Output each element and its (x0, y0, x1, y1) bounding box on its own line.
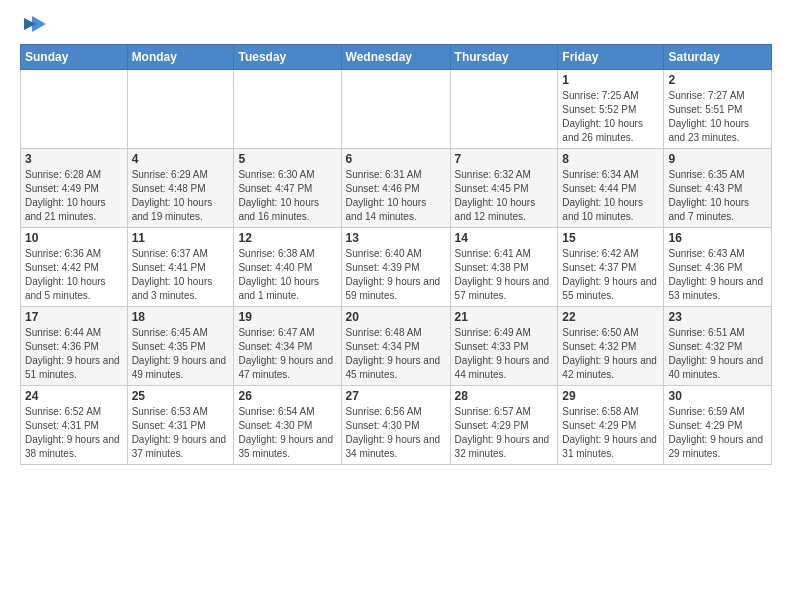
day-number: 10 (25, 231, 123, 245)
day-number: 3 (25, 152, 123, 166)
calendar-cell: 2Sunrise: 7:27 AM Sunset: 5:51 PM Daylig… (664, 70, 772, 149)
calendar-cell (450, 70, 558, 149)
logo-icon (24, 16, 46, 34)
day-info: Sunrise: 6:29 AM Sunset: 4:48 PM Dayligh… (132, 168, 230, 224)
day-info: Sunrise: 6:42 AM Sunset: 4:37 PM Dayligh… (562, 247, 659, 303)
calendar-cell: 30Sunrise: 6:59 AM Sunset: 4:29 PM Dayli… (664, 386, 772, 465)
calendar-week-1: 1Sunrise: 7:25 AM Sunset: 5:52 PM Daylig… (21, 70, 772, 149)
calendar-cell: 10Sunrise: 6:36 AM Sunset: 4:42 PM Dayli… (21, 228, 128, 307)
calendar-cell: 12Sunrise: 6:38 AM Sunset: 4:40 PM Dayli… (234, 228, 341, 307)
page-header (20, 16, 772, 34)
calendar-cell: 17Sunrise: 6:44 AM Sunset: 4:36 PM Dayli… (21, 307, 128, 386)
day-info: Sunrise: 6:28 AM Sunset: 4:49 PM Dayligh… (25, 168, 123, 224)
day-info: Sunrise: 6:57 AM Sunset: 4:29 PM Dayligh… (455, 405, 554, 461)
weekday-header-sunday: Sunday (21, 45, 128, 70)
day-number: 11 (132, 231, 230, 245)
day-info: Sunrise: 6:35 AM Sunset: 4:43 PM Dayligh… (668, 168, 767, 224)
day-number: 24 (25, 389, 123, 403)
calendar-cell (127, 70, 234, 149)
day-info: Sunrise: 6:44 AM Sunset: 4:36 PM Dayligh… (25, 326, 123, 382)
day-number: 26 (238, 389, 336, 403)
day-info: Sunrise: 6:45 AM Sunset: 4:35 PM Dayligh… (132, 326, 230, 382)
calendar-week-2: 3Sunrise: 6:28 AM Sunset: 4:49 PM Daylig… (21, 149, 772, 228)
day-info: Sunrise: 6:43 AM Sunset: 4:36 PM Dayligh… (668, 247, 767, 303)
calendar-cell: 29Sunrise: 6:58 AM Sunset: 4:29 PM Dayli… (558, 386, 664, 465)
calendar-cell: 19Sunrise: 6:47 AM Sunset: 4:34 PM Dayli… (234, 307, 341, 386)
calendar-cell: 7Sunrise: 6:32 AM Sunset: 4:45 PM Daylig… (450, 149, 558, 228)
calendar-cell: 18Sunrise: 6:45 AM Sunset: 4:35 PM Dayli… (127, 307, 234, 386)
calendar-cell: 3Sunrise: 6:28 AM Sunset: 4:49 PM Daylig… (21, 149, 128, 228)
day-info: Sunrise: 6:53 AM Sunset: 4:31 PM Dayligh… (132, 405, 230, 461)
day-number: 29 (562, 389, 659, 403)
day-info: Sunrise: 7:27 AM Sunset: 5:51 PM Dayligh… (668, 89, 767, 145)
day-info: Sunrise: 6:37 AM Sunset: 4:41 PM Dayligh… (132, 247, 230, 303)
calendar-cell: 4Sunrise: 6:29 AM Sunset: 4:48 PM Daylig… (127, 149, 234, 228)
day-info: Sunrise: 6:36 AM Sunset: 4:42 PM Dayligh… (25, 247, 123, 303)
day-number: 14 (455, 231, 554, 245)
day-info: Sunrise: 6:56 AM Sunset: 4:30 PM Dayligh… (346, 405, 446, 461)
day-info: Sunrise: 6:40 AM Sunset: 4:39 PM Dayligh… (346, 247, 446, 303)
day-info: Sunrise: 6:52 AM Sunset: 4:31 PM Dayligh… (25, 405, 123, 461)
day-number: 17 (25, 310, 123, 324)
day-number: 16 (668, 231, 767, 245)
day-number: 8 (562, 152, 659, 166)
weekday-header-thursday: Thursday (450, 45, 558, 70)
day-info: Sunrise: 7:25 AM Sunset: 5:52 PM Dayligh… (562, 89, 659, 145)
day-info: Sunrise: 6:38 AM Sunset: 4:40 PM Dayligh… (238, 247, 336, 303)
day-number: 27 (346, 389, 446, 403)
day-number: 21 (455, 310, 554, 324)
day-number: 9 (668, 152, 767, 166)
calendar-cell: 5Sunrise: 6:30 AM Sunset: 4:47 PM Daylig… (234, 149, 341, 228)
calendar-week-5: 24Sunrise: 6:52 AM Sunset: 4:31 PM Dayli… (21, 386, 772, 465)
day-info: Sunrise: 6:47 AM Sunset: 4:34 PM Dayligh… (238, 326, 336, 382)
calendar-cell: 8Sunrise: 6:34 AM Sunset: 4:44 PM Daylig… (558, 149, 664, 228)
calendar-table: SundayMondayTuesdayWednesdayThursdayFrid… (20, 44, 772, 465)
day-number: 5 (238, 152, 336, 166)
day-info: Sunrise: 6:50 AM Sunset: 4:32 PM Dayligh… (562, 326, 659, 382)
calendar-cell (21, 70, 128, 149)
day-number: 4 (132, 152, 230, 166)
day-number: 15 (562, 231, 659, 245)
calendar-cell: 22Sunrise: 6:50 AM Sunset: 4:32 PM Dayli… (558, 307, 664, 386)
weekday-header-saturday: Saturday (664, 45, 772, 70)
calendar-cell: 26Sunrise: 6:54 AM Sunset: 4:30 PM Dayli… (234, 386, 341, 465)
weekday-header-friday: Friday (558, 45, 664, 70)
day-number: 23 (668, 310, 767, 324)
day-number: 30 (668, 389, 767, 403)
calendar-cell: 15Sunrise: 6:42 AM Sunset: 4:37 PM Dayli… (558, 228, 664, 307)
day-number: 19 (238, 310, 336, 324)
day-number: 6 (346, 152, 446, 166)
day-number: 13 (346, 231, 446, 245)
day-number: 2 (668, 73, 767, 87)
calendar-cell: 11Sunrise: 6:37 AM Sunset: 4:41 PM Dayli… (127, 228, 234, 307)
calendar-cell: 28Sunrise: 6:57 AM Sunset: 4:29 PM Dayli… (450, 386, 558, 465)
day-info: Sunrise: 6:30 AM Sunset: 4:47 PM Dayligh… (238, 168, 336, 224)
calendar-header-row: SundayMondayTuesdayWednesdayThursdayFrid… (21, 45, 772, 70)
day-info: Sunrise: 6:51 AM Sunset: 4:32 PM Dayligh… (668, 326, 767, 382)
calendar-cell: 27Sunrise: 6:56 AM Sunset: 4:30 PM Dayli… (341, 386, 450, 465)
calendar-cell (234, 70, 341, 149)
weekday-header-monday: Monday (127, 45, 234, 70)
day-number: 28 (455, 389, 554, 403)
calendar-cell: 16Sunrise: 6:43 AM Sunset: 4:36 PM Dayli… (664, 228, 772, 307)
calendar-cell: 6Sunrise: 6:31 AM Sunset: 4:46 PM Daylig… (341, 149, 450, 228)
weekday-header-tuesday: Tuesday (234, 45, 341, 70)
calendar-cell: 21Sunrise: 6:49 AM Sunset: 4:33 PM Dayli… (450, 307, 558, 386)
day-info: Sunrise: 6:49 AM Sunset: 4:33 PM Dayligh… (455, 326, 554, 382)
calendar-week-3: 10Sunrise: 6:36 AM Sunset: 4:42 PM Dayli… (21, 228, 772, 307)
day-number: 20 (346, 310, 446, 324)
calendar-cell: 24Sunrise: 6:52 AM Sunset: 4:31 PM Dayli… (21, 386, 128, 465)
day-info: Sunrise: 6:58 AM Sunset: 4:29 PM Dayligh… (562, 405, 659, 461)
day-info: Sunrise: 6:31 AM Sunset: 4:46 PM Dayligh… (346, 168, 446, 224)
day-number: 25 (132, 389, 230, 403)
calendar-cell: 9Sunrise: 6:35 AM Sunset: 4:43 PM Daylig… (664, 149, 772, 228)
day-info: Sunrise: 6:48 AM Sunset: 4:34 PM Dayligh… (346, 326, 446, 382)
day-info: Sunrise: 6:32 AM Sunset: 4:45 PM Dayligh… (455, 168, 554, 224)
calendar-cell: 14Sunrise: 6:41 AM Sunset: 4:38 PM Dayli… (450, 228, 558, 307)
day-info: Sunrise: 6:59 AM Sunset: 4:29 PM Dayligh… (668, 405, 767, 461)
day-number: 22 (562, 310, 659, 324)
day-number: 1 (562, 73, 659, 87)
calendar-week-4: 17Sunrise: 6:44 AM Sunset: 4:36 PM Dayli… (21, 307, 772, 386)
day-info: Sunrise: 6:54 AM Sunset: 4:30 PM Dayligh… (238, 405, 336, 461)
day-number: 7 (455, 152, 554, 166)
